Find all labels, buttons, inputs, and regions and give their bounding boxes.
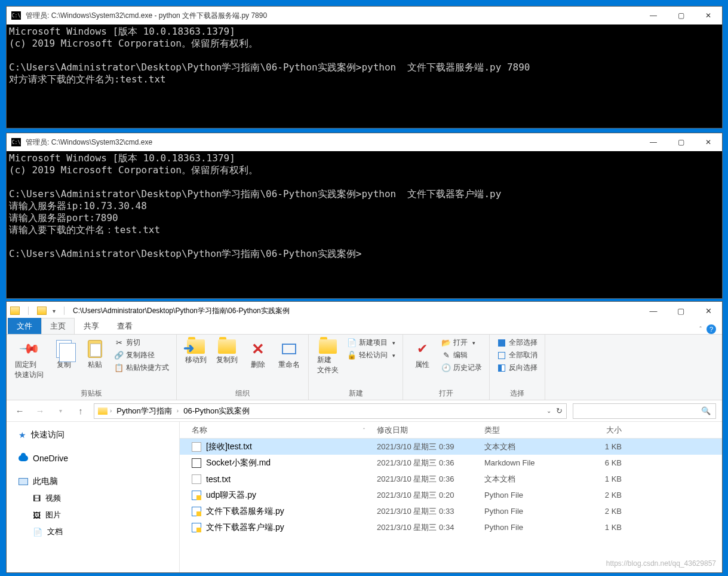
- file-size: 6 KB: [574, 458, 622, 467]
- breadcrumb-item[interactable]: 06-Python实践案例: [181, 406, 252, 416]
- sidebar-item-quick-access[interactable]: ★快速访问: [7, 427, 179, 443]
- title-bar: C:\ 管理员: C:\Windows\System32\cmd.exe — ▢…: [7, 133, 722, 151]
- tab-home[interactable]: 主页: [41, 318, 75, 334]
- file-date: 2021/3/10 星期三 0:39: [377, 442, 484, 452]
- close-button[interactable]: ✕: [695, 133, 722, 151]
- move-to-button[interactable]: ➜移动到: [182, 337, 210, 367]
- close-button[interactable]: ✕: [695, 302, 722, 320]
- pin-quick-access-button[interactable]: 📌固定到 快速访问: [11, 337, 47, 382]
- back-button[interactable]: ←: [13, 404, 27, 418]
- history-button[interactable]: 🕘历史记录: [439, 362, 484, 373]
- dropdown-icon[interactable]: ⌄: [546, 408, 551, 414]
- window-title: 管理员: C:\Windows\System32\cmd.exe: [26, 137, 640, 148]
- new-folder-button[interactable]: 新建 文件夹: [314, 337, 342, 378]
- file-row[interactable]: Socket小案例.md2021/3/10 星期三 0:36Markdown F…: [180, 455, 722, 471]
- help-icon[interactable]: ?: [707, 324, 716, 334]
- file-name: test.txt: [206, 474, 231, 484]
- column-name[interactable]: 名称ˆ: [192, 425, 377, 436]
- paste-button[interactable]: 粘贴: [81, 337, 109, 372]
- chevron-right-icon[interactable]: ›: [110, 408, 112, 414]
- explorer-window: ▾ C:\Users\Administrator\Desktop\Python学…: [6, 301, 723, 573]
- pc-icon: [19, 478, 28, 485]
- tab-file[interactable]: 文件: [8, 318, 41, 334]
- minimize-button[interactable]: —: [640, 133, 667, 151]
- new-item-icon: 📄: [347, 338, 357, 348]
- select-invert-icon: [498, 364, 505, 372]
- copy-button[interactable]: 复制: [50, 337, 78, 372]
- up-button[interactable]: ↑: [73, 404, 88, 418]
- properties-button[interactable]: ✔属性: [408, 337, 437, 372]
- file-row[interactable]: [接收]test.txt2021/3/10 星期三 0:39文本文档1 KB: [180, 439, 722, 455]
- open-button[interactable]: 📂打开▾: [439, 337, 484, 348]
- easy-access-button[interactable]: 🔓轻松访问▾: [345, 350, 398, 361]
- copy-path-button[interactable]: 🔗复制路径: [112, 350, 171, 361]
- file-name: 文件下载器客户端.py: [206, 522, 284, 533]
- rename-button[interactable]: 重命名: [275, 337, 303, 372]
- sidebar-item-docs[interactable]: 📄文档: [7, 523, 179, 540]
- recent-button[interactable]: ▾: [53, 404, 67, 418]
- column-type[interactable]: 类型: [484, 425, 574, 436]
- cmd-window-server: C:\ 管理员: C:\Windows\System32\cmd.exe - p…: [6, 6, 723, 128]
- pictures-icon: 🖼: [33, 511, 41, 520]
- file-type: Markdown File: [484, 458, 574, 467]
- file-row[interactable]: udp聊天器.py2021/3/10 星期三 0:20Python File2 …: [180, 487, 722, 503]
- refresh-icon[interactable]: ↻: [556, 406, 563, 415]
- select-invert-button[interactable]: 反向选择: [494, 362, 540, 373]
- paste-shortcut-button[interactable]: 📋粘贴快捷方式: [112, 362, 171, 373]
- delete-button[interactable]: ✕删除: [244, 337, 272, 372]
- select-all-button[interactable]: 全部选择: [494, 337, 540, 348]
- address-bar: ← → ▾ ↑ › Python学习指南 › 06-Python实践案例 ⌄ ↻…: [7, 400, 722, 422]
- docs-icon: 📄: [33, 528, 42, 537]
- history-icon: 🕘: [441, 363, 451, 373]
- file-row[interactable]: 文件下载器服务端.py2021/3/10 星期三 0:33Python File…: [180, 503, 722, 519]
- sidebar-item-pc[interactable]: 此电脑: [7, 473, 179, 490]
- column-size[interactable]: 大小: [574, 425, 622, 436]
- sidebar: ★快速访问 OneDrive 此电脑 🎞视频 🖼图片 📄文档: [7, 422, 180, 572]
- tab-share[interactable]: 共享: [75, 318, 108, 334]
- forward-button[interactable]: →: [33, 404, 47, 418]
- search-input[interactable]: 🔍: [573, 403, 716, 419]
- maximize-button[interactable]: ▢: [667, 302, 695, 320]
- file-name: 文件下载器服务端.py: [206, 506, 284, 517]
- minimize-button[interactable]: —: [640, 302, 667, 320]
- window-title: C:\Users\Administrator\Desktop\Python学习指…: [73, 306, 290, 316]
- sidebar-item-video[interactable]: 🎞视频: [7, 490, 179, 507]
- file-type: Python File: [484, 523, 574, 532]
- file-name: udp聊天器.py: [206, 490, 256, 501]
- column-headers: 名称ˆ 修改日期 类型 大小: [180, 422, 722, 439]
- cmd-window-client: C:\ 管理员: C:\Windows\System32\cmd.exe — ▢…: [6, 133, 723, 299]
- terminal-output[interactable]: Microsoft Windows [版本 10.0.18363.1379] (…: [7, 151, 722, 298]
- file-type: Python File: [484, 491, 574, 500]
- qat-folder-icon[interactable]: [37, 307, 47, 315]
- file-row[interactable]: test.txt2021/3/10 星期三 0:36文本文档1 KB: [180, 471, 722, 487]
- select-all-icon: [498, 339, 505, 347]
- copy-to-button[interactable]: 复制到: [213, 337, 241, 367]
- file-date: 2021/3/10 星期三 0:36: [377, 474, 484, 485]
- sidebar-item-onedrive[interactable]: OneDrive: [7, 451, 179, 466]
- shortcut-icon: 📋: [114, 363, 124, 373]
- file-date: 2021/3/10 星期三 0:34: [377, 522, 484, 533]
- close-button[interactable]: ✕: [695, 7, 722, 24]
- file-icon: [192, 474, 201, 484]
- terminal-output[interactable]: Microsoft Windows [版本 10.0.18363.1379] (…: [7, 24, 722, 128]
- chevron-right-icon[interactable]: ›: [177, 408, 179, 414]
- minimize-button[interactable]: —: [640, 7, 667, 24]
- maximize-button[interactable]: ▢: [667, 133, 695, 151]
- file-size: 1 KB: [574, 474, 622, 483]
- new-item-button[interactable]: 📄新建项目▾: [345, 337, 398, 348]
- cmd-icon: C:\: [11, 11, 21, 20]
- breadcrumb-item[interactable]: Python学习指南: [114, 406, 174, 416]
- tab-view[interactable]: 查看: [108, 318, 142, 334]
- cut-button[interactable]: ✂剪切: [112, 337, 171, 348]
- file-row[interactable]: 文件下载器客户端.py2021/3/10 星期三 0:34Python File…: [180, 519, 722, 535]
- maximize-button[interactable]: ▢: [667, 7, 695, 24]
- select-none-button[interactable]: 全部取消: [494, 350, 540, 361]
- breadcrumb-box[interactable]: › Python学习指南 › 06-Python实践案例 ⌄ ↻: [94, 403, 567, 419]
- qat-dropdown-icon[interactable]: ▾: [53, 308, 56, 314]
- sidebar-item-pictures[interactable]: 🖼图片: [7, 507, 179, 523]
- edit-button[interactable]: ✎编辑: [439, 350, 484, 361]
- file-icon: [192, 458, 201, 468]
- collapse-ribbon-icon[interactable]: ˆ: [699, 326, 702, 333]
- file-size: 2 KB: [574, 507, 622, 516]
- column-date[interactable]: 修改日期: [377, 425, 484, 436]
